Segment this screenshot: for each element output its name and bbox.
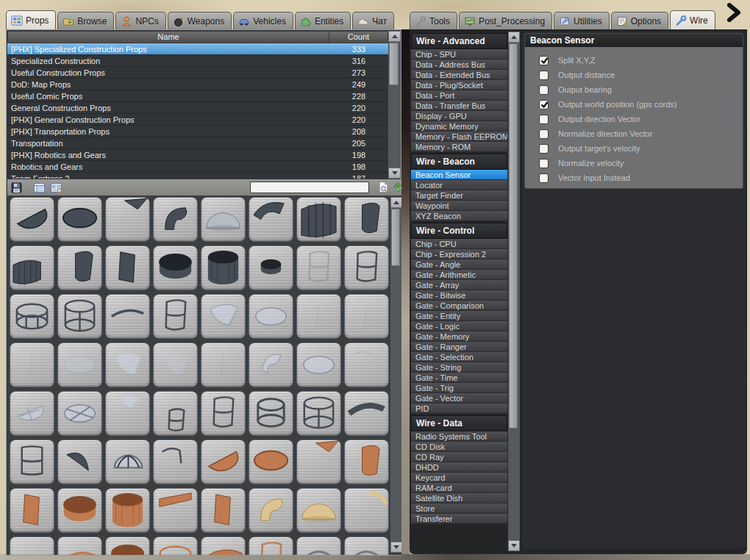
prop-tile-dome[interactable] [296,488,341,533]
wire-tool-item[interactable]: Data - Port [411,90,507,101]
table-row[interactable]: [PHX] Transportation Props208 [7,126,388,137]
prop-tile-wallhalf[interactable] [10,245,54,290]
prop-tile-faintline[interactable] [201,342,246,387]
prop-tile-vpanel[interactable] [10,488,54,533]
tab-browse[interactable]: Browse [57,12,114,29]
prop-tile-quarter[interactable] [201,439,246,484]
tab-post-processing[interactable]: Post_Processing [459,12,552,29]
checkbox-checked-icon[interactable] [539,100,549,110]
prop-tile-quarter[interactable] [10,197,54,242]
scrollbar-thumb[interactable] [391,209,400,266]
prop-tile-disc[interactable] [57,197,102,242]
wire-tool-item[interactable]: XYZ Beacon [411,211,507,221]
scroll-up-button[interactable] [508,32,520,43]
prop-tile-dome[interactable] [201,197,246,242]
wire-tool-item[interactable]: DHDD [411,462,507,473]
table-row[interactable]: DoD: Map Props249 [7,79,388,90]
prop-tile-ring[interactable] [105,536,150,555]
prop-tile-hook[interactable] [153,439,198,484]
prop-tile-hook[interactable] [344,342,389,387]
wire-tool-item[interactable]: Gate - Vector [411,393,507,403]
scrollbar-thumb[interactable] [389,43,399,85]
wire-tool-item[interactable]: Data - Transfer Bus [411,101,507,111]
wire-tool-item[interactable]: Satellite Dish [411,493,507,503]
prop-tile-empty[interactable] [10,536,54,555]
prop-tile-ringsm[interactable] [249,245,293,290]
checkbox-unchecked-icon[interactable] [539,129,549,139]
tab-weapons[interactable]: Weapons [168,12,232,29]
wire-tool-item[interactable]: Gate - Selection [411,352,507,362]
prop-tile-arcthick[interactable] [344,391,389,436]
refresh-icon[interactable] [392,181,404,193]
prop-tile-vpanel[interactable] [201,488,246,533]
wire-tool-item[interactable]: Beacon Sensor [411,170,507,180]
scroll-down-button[interactable] [388,168,401,179]
wire-tool-item[interactable]: PID [411,403,507,414]
wire-tool-item[interactable]: Gate - Comparison [411,301,507,311]
table-row[interactable]: [PHX] Robotics and Gears198 [7,149,388,161]
prop-tile-disc[interactable] [249,439,293,484]
prop-tile-hood2[interactable] [249,197,293,242]
tab-tools[interactable]: Tools [410,12,457,29]
prop-tile-wirecyl[interactable] [249,391,293,436]
prop-tile-arc[interactable] [105,294,150,339]
tab-entities[interactable]: Entities [295,12,351,29]
wire-section-header[interactable]: Wire - Beacon [411,154,507,170]
prop-tile-framecurve[interactable] [201,391,246,436]
option-row[interactable]: Split X,Y,Z [539,53,743,68]
list-view-icon[interactable] [33,182,46,194]
wire-tool-item[interactable]: Target Finder [411,190,507,201]
option-row[interactable]: Normalize velocity [539,156,743,170]
column-header-name[interactable]: Name [7,31,329,43]
wire-tool-item[interactable]: Gate - Trig [411,383,507,393]
wire-tool-item[interactable]: Gate - Arithmetic [411,270,507,280]
prop-tile-hoop[interactable] [153,536,198,555]
wire-section-header[interactable]: Wire - Control [411,223,507,239]
prop-tile-hooptall[interactable] [296,391,341,436]
checkbox-unchecked-icon[interactable] [539,159,549,168]
column-header-count[interactable]: Count [329,31,388,43]
prop-tile-framecurvesm[interactable] [153,391,198,436]
table-row[interactable]: Team Fortress 2187 [7,173,388,179]
scroll-down-button[interactable] [508,540,520,551]
prop-tile-gdome[interactable] [344,536,389,555]
option-row[interactable]: Output direction Vector [539,112,743,126]
prop-tile-framecurve[interactable] [296,245,341,290]
prop-tile-gpanel[interactable] [105,342,150,387]
prop-tile-hood[interactable] [249,488,293,533]
wire-tool-item[interactable]: Gate - Bitwise [411,290,507,301]
checkbox-unchecked-icon[interactable] [539,144,549,154]
wire-tool-item[interactable]: Chip - CPU [411,239,507,249]
table-row[interactable]: Useful Construction Props273 [7,67,388,79]
prop-tile-faintline[interactable] [296,294,341,339]
wire-tool-item[interactable]: Gate - String [411,362,507,373]
tab-чат[interactable]: Чат [352,12,394,29]
prop-tile-hooptall[interactable] [57,294,102,339]
prop-tile-framesq[interactable] [10,439,54,484]
wire-tool-item[interactable]: Chip - Expression 2 [411,249,507,259]
checkbox-unchecked-icon[interactable] [539,85,549,95]
wire-list-scrollbar[interactable] [508,32,520,551]
prop-tile-cylinder[interactable] [105,488,150,533]
scroll-up-button[interactable] [390,197,401,208]
prop-tile-faintline[interactable] [10,342,54,387]
wire-tool-item[interactable]: RAM-card [411,483,507,493]
wire-tool-item[interactable]: Gate - Array [411,280,507,290]
option-row[interactable]: Output distance [539,68,743,82]
wire-tool-item[interactable]: Memory - ROM [411,142,507,152]
prop-tile-arc[interactable] [57,536,102,555]
prop-tile-ribdome[interactable] [105,439,150,484]
prop-tile-strip[interactable] [153,488,198,533]
wire-tool-item[interactable]: Gate - Logic [411,321,507,331]
option-row[interactable]: Output target's velocity [539,141,743,156]
checkbox-unchecked-icon[interactable] [539,115,549,124]
checkbox-unchecked-icon[interactable] [539,173,549,183]
table-row[interactable]: Specialized Construction316 [7,55,388,67]
option-row[interactable]: Normalize direction Vector [539,126,743,141]
wire-tool-item[interactable]: Store [411,503,507,514]
wire-tool-item[interactable]: Waypoint [411,201,507,211]
wire-tool-item[interactable]: Chip - SPU [411,49,507,60]
wire-tool-item[interactable]: Display - GPU [411,111,507,121]
prop-grid-scrollbar[interactable] [390,197,401,553]
prop-tile-gpanel[interactable] [153,342,198,387]
